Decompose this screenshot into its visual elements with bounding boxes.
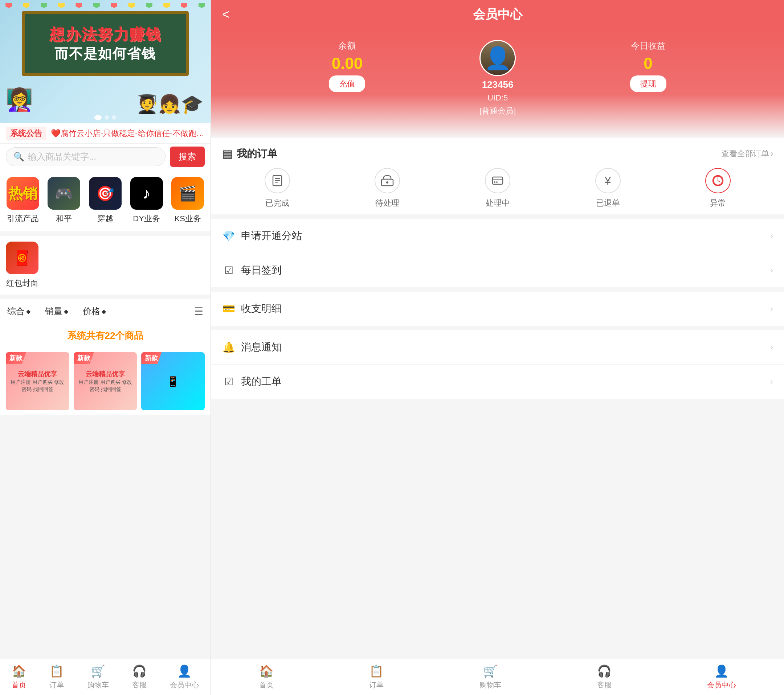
nav-item-order-right[interactable]: 📋 订单 <box>369 664 384 690</box>
notice-tag: 系统公告 <box>6 127 46 140</box>
right-panel: < 会员中心 余额 0.00 充值 👤 123456 UID:5 [普通会员] … <box>211 0 784 695</box>
checkin-label: 每日签到 <box>241 263 770 277</box>
category-icon-hot: 热销 <box>7 177 39 210</box>
category-item-dy[interactable]: ♪ DY业务 <box>130 177 164 224</box>
nav-item-member-left[interactable]: 👤 会员中心 <box>170 664 199 690</box>
balance-block: 余额 0.00 充值 <box>226 40 469 92</box>
service-label-right: 客服 <box>597 680 612 690</box>
category-label-hot: 引流产品 <box>7 213 39 224</box>
product-grid: 云端精品优享 用户注册 用户购买 修改密码 找回回签 新款 云端精品优享 用户注… <box>0 348 211 415</box>
notice-text: ❤️腐竹云小店-只做稳定-给你信任-不做跑路狗-售后稳定❤️ <box>51 128 205 139</box>
notification-icon: 🔔 <box>222 341 235 353</box>
nav-item-home-right[interactable]: 🏠 首页 <box>259 664 274 690</box>
balance-label: 余额 <box>338 40 356 51</box>
list-view-icon[interactable]: ☰ <box>194 306 203 317</box>
workorder-label: 我的工单 <box>241 375 770 388</box>
finance-label: 收支明细 <box>241 302 770 315</box>
order-status-processing[interactable]: 处理中 <box>485 168 510 209</box>
member-icon-right: 👤 <box>714 664 729 678</box>
section-divider-1 <box>211 214 784 219</box>
user-name: 123456 <box>482 79 514 90</box>
menu-item-checkin[interactable]: ☑ 每日签到 › <box>211 253 784 287</box>
svg-point-5 <box>386 181 389 184</box>
search-bar: 🔍 输入商品关键字... 搜索 <box>0 144 211 170</box>
svg-rect-6 <box>492 177 503 184</box>
category-icon-ks: 🎬 <box>171 177 204 210</box>
banner: 想办法努力赚钱 而不是如何省钱 👩‍🏫 🧑‍🎓👧‍🎓 <box>0 0 211 123</box>
red-envelope-label: 红包封面 <box>6 278 38 289</box>
order-label-completed: 已完成 <box>265 198 289 209</box>
product-card-1[interactable]: 云端精品优享 用户注册 用户购买 修改密码 找回回签 新款 <box>6 352 69 410</box>
product-card-2[interactable]: 云端精品优享 用户注册 用户购买 修改密码 找回回签 新款 <box>74 352 137 410</box>
orders-header: ▤ 我的订单 查看全部订单 › <box>222 147 773 161</box>
service-label-left: 客服 <box>132 680 147 690</box>
substation-icon: 💎 <box>222 230 235 242</box>
order-status-completed[interactable]: 已完成 <box>265 168 290 209</box>
order-icon-left: 📋 <box>49 664 64 678</box>
menu-item-notification[interactable]: 🔔 消息通知 › <box>211 330 784 365</box>
search-button[interactable]: 搜索 <box>170 146 205 167</box>
recharge-button[interactable]: 充值 <box>329 76 365 92</box>
member-icon-left: 👤 <box>177 664 192 678</box>
category-label-cross: 穿越 <box>97 213 113 224</box>
menu-item-workorder[interactable]: ☑ 我的工单 › <box>211 365 784 399</box>
search-icon: 🔍 <box>13 152 24 162</box>
banner-chalkboard: 想办法努力赚钱 而不是如何省钱 <box>22 11 189 76</box>
nav-item-cart-right[interactable]: 🛒 购物车 <box>479 664 501 690</box>
checkin-icon: ☑ <box>222 265 235 276</box>
category-item-cross[interactable]: 🎯 穿越 <box>88 177 122 224</box>
bottom-nav-left: 🏠 首页 📋 订单 🛒 购物车 🎧 客服 👤 会员中心 <box>0 659 211 695</box>
sort-item-zonghe[interactable]: 综合 ◆ <box>7 306 30 317</box>
category-item-ks[interactable]: 🎬 KS业务 <box>171 177 205 224</box>
order-icon-right: 📋 <box>369 664 384 678</box>
user-type: [普通会员] <box>479 105 516 117</box>
order-status-pending[interactable]: 待处理 <box>375 168 400 209</box>
red-envelope-item[interactable]: 🧧 红包封面 <box>6 242 38 289</box>
order-icon-pending <box>375 168 400 193</box>
header-title: 会员中心 <box>473 6 522 23</box>
nav-item-service-right[interactable]: 🎧 客服 <box>597 664 612 690</box>
product-card-3[interactable]: 📱 新款 <box>141 352 205 410</box>
sort-bar: 综合 ◆ 销量 ◆ 价格 ◆ ☰ <box>0 299 211 324</box>
sort-item-xiaoliang[interactable]: 销量 ◆ <box>45 306 68 317</box>
nav-item-cart-left[interactable]: 🛒 购物车 <box>87 664 109 690</box>
order-label-abnormal: 异常 <box>710 198 726 209</box>
back-button[interactable]: < <box>222 7 230 22</box>
banner-text2: 而不是如何省钱 <box>54 44 156 63</box>
nav-item-service-left[interactable]: 🎧 客服 <box>132 664 147 690</box>
orders-section: ▤ 我的订单 查看全部订单 › 已完成 待处理 <box>211 138 784 214</box>
home-icon-right: 🏠 <box>259 664 274 678</box>
order-status-refunded[interactable]: ¥ 已退单 <box>595 168 621 209</box>
nav-item-member-right[interactable]: 👤 会员中心 <box>707 664 736 690</box>
service-icon-right: 🎧 <box>597 664 612 678</box>
workorder-arrow: › <box>770 376 773 387</box>
user-info-section: 余额 0.00 充值 👤 123456 UID:5 [普通会员] 今日收益 0 … <box>211 29 784 138</box>
search-input-wrap[interactable]: 🔍 输入商品关键字... <box>6 147 166 166</box>
nav-item-home-left[interactable]: 🏠 首页 <box>12 664 26 690</box>
view-all-text: 查看全部订单 <box>721 148 769 159</box>
user-avatar: 👤 <box>479 40 516 76</box>
products-header: 系统共有22个商品 <box>0 324 211 348</box>
workorder-icon: ☑ <box>222 376 235 388</box>
category-item-hot[interactable]: 热销 引流产品 <box>6 177 40 224</box>
order-icon-processing <box>485 168 510 193</box>
withdraw-button[interactable]: 提现 <box>630 76 666 92</box>
cart-label-right: 购物车 <box>479 680 501 690</box>
notification-arrow: › <box>770 342 773 352</box>
home-label-left: 首页 <box>12 680 26 690</box>
order-status-abnormal[interactable]: 异常 <box>705 168 731 209</box>
cart-icon-right: 🛒 <box>483 664 497 678</box>
menu-item-finance[interactable]: 💳 收支明细 › <box>211 292 784 326</box>
menu-section-3: 🔔 消息通知 › ☑ 我的工单 › <box>211 330 784 399</box>
order-icon-refunded: ¥ <box>595 168 621 193</box>
member-label-left: 会员中心 <box>170 680 199 690</box>
home-label-right: 首页 <box>259 680 274 690</box>
orders-icon: ▤ <box>222 148 232 160</box>
sort-item-jiage[interactable]: 价格 ◆ <box>83 306 106 317</box>
category-item-peace[interactable]: 🎮 和平 <box>47 177 81 224</box>
bottom-nav-right: 🏠 首页 📋 订单 🛒 购物车 🎧 客服 👤 会员中心 <box>211 659 784 695</box>
earnings-block: 今日收益 0 提现 <box>527 40 769 92</box>
view-all-orders[interactable]: 查看全部订单 › <box>721 148 773 159</box>
nav-item-order-left[interactable]: 📋 订单 <box>49 664 64 690</box>
menu-item-substation[interactable]: 💎 申请开通分站 › <box>211 219 784 253</box>
